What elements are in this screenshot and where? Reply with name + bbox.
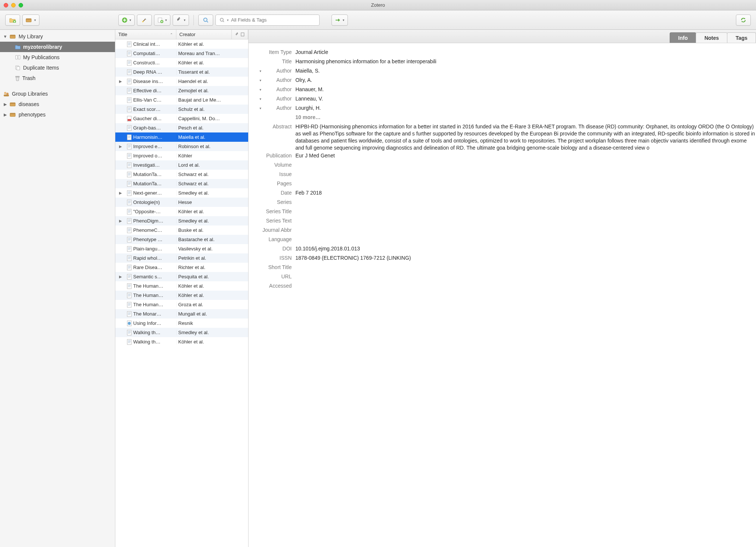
author-value[interactable]: Lanneau, V. xyxy=(295,95,756,102)
item-row[interactable]: Walking th…Köhler et al. xyxy=(115,337,248,346)
item-creator: Zemojtel et al. xyxy=(176,88,248,93)
item-row[interactable]: Exact scor…Schulz et al. xyxy=(115,105,248,114)
item-row[interactable]: Computati…Moreau and Tran… xyxy=(115,49,248,58)
column-header-title[interactable]: Title ⌃ xyxy=(115,30,176,39)
disclosure-triangle-icon[interactable]: ▶ xyxy=(115,191,126,195)
item-row[interactable]: The Human…Köhler et al. xyxy=(115,291,248,300)
new-note-button[interactable]: ▾ xyxy=(154,15,170,26)
item-creator: Moreau and Tran… xyxy=(176,51,248,56)
item-row[interactable]: ▶Next-gener…Smedley et al. xyxy=(115,188,248,198)
sync-button[interactable] xyxy=(736,15,751,26)
item-row[interactable]: Walking th…Smedley et al. xyxy=(115,328,248,337)
field-value[interactable]: Feb 7 2018 xyxy=(295,189,756,196)
item-title: The Human… xyxy=(133,302,176,307)
item-title: Semantic s… xyxy=(133,274,176,279)
disclosure-triangle-icon[interactable]: ▶ xyxy=(115,219,126,223)
item-row[interactable]: The Human…Groza et al. xyxy=(115,300,248,309)
author-value[interactable]: Lourghi, H. xyxy=(295,105,756,112)
svg-point-8 xyxy=(220,18,223,21)
disclosure-triangle-icon[interactable]: ▶ xyxy=(115,144,126,148)
item-title: Walking th… xyxy=(133,330,176,335)
item-row[interactable]: Rare Disea…Richter et al. xyxy=(115,263,248,272)
items-list-body[interactable]: Clinical int…Köhler et al.Computati…More… xyxy=(115,39,248,547)
window-title: Zotero xyxy=(371,2,385,8)
item-row[interactable]: Investigati…Lord et al. xyxy=(115,160,248,170)
tab-info[interactable]: Info xyxy=(670,32,696,43)
advanced-search-button[interactable] xyxy=(198,15,213,26)
item-row[interactable]: Ontologie(n)Hesse xyxy=(115,198,248,207)
item-title: PhenoDigm… xyxy=(133,218,176,224)
item-row[interactable]: The Human…Köhler et al. xyxy=(115,281,248,291)
search-input[interactable] xyxy=(231,17,315,23)
item-type-value[interactable]: Journal Article xyxy=(295,49,756,56)
disclosure-triangle-icon[interactable]: ▼ xyxy=(3,34,7,39)
sidebar-item[interactable]: Duplicate Items xyxy=(0,63,115,73)
item-row[interactable]: Clinical int…Köhler et al. xyxy=(115,39,248,49)
item-creator: Köhler et al. xyxy=(176,283,248,289)
sidebar-item[interactable]: Trash xyxy=(0,73,115,83)
disclosure-triangle-icon[interactable]: ▶ xyxy=(115,79,126,83)
author-value[interactable]: Maiella, S. xyxy=(295,67,756,74)
item-row[interactable]: Gaucher di…Cappellini, M. Do… xyxy=(115,114,248,123)
item-row[interactable]: ▶Improved e…Robinson et al. xyxy=(115,142,248,151)
item-row[interactable]: Deep RNA …Tisserant et al. xyxy=(115,67,248,77)
item-row[interactable]: MutationTa…Schwarz et al. xyxy=(115,179,248,188)
sidebar-group-item[interactable]: ▶phenotypes xyxy=(0,109,115,120)
disclosure-triangle-icon[interactable]: ▶ xyxy=(3,102,7,107)
disclosure-triangle-icon[interactable]: ▶ xyxy=(3,112,7,117)
item-title: Ontologie(n) xyxy=(133,199,176,205)
item-row[interactable]: Harmonisin…Maiella et al. xyxy=(115,132,248,142)
more-authors-link[interactable]: 10 more… xyxy=(295,114,756,121)
item-row[interactable]: "Opposite-…Köhler et al. xyxy=(115,207,248,216)
new-collection-button[interactable] xyxy=(5,15,20,26)
sidebar-item[interactable]: myzoterolibrary xyxy=(0,42,115,52)
item-row[interactable]: Improved o…Köhler xyxy=(115,151,248,160)
document-icon xyxy=(126,153,133,159)
document-icon xyxy=(126,88,133,94)
group-libraries-header[interactable]: Group Libraries xyxy=(0,89,115,99)
author-value[interactable]: Olry, A. xyxy=(295,77,756,84)
item-row[interactable]: Plain-langu…Vasilevsky et al. xyxy=(115,244,248,253)
document-icon xyxy=(126,292,133,298)
title-value[interactable]: Harmonising phenomics information for a … xyxy=(295,58,756,65)
column-header-attachments[interactable] xyxy=(232,30,248,39)
field-more-authors[interactable]: 10 more… xyxy=(252,113,756,123)
new-library-button[interactable]: ▾ xyxy=(22,15,39,26)
author-value[interactable]: Hanauer, M. xyxy=(295,86,756,93)
field-value[interactable]: 10.1016/j.ejmg.2018.01.013 xyxy=(295,245,756,252)
item-row[interactable]: The Monar…Mungall et al. xyxy=(115,309,248,319)
disclosure-triangle-icon[interactable]: ▶ xyxy=(115,275,126,279)
abstract-value[interactable]: HIPBI-RD (Harmonising phenomics informat… xyxy=(295,123,756,151)
close-window-button[interactable] xyxy=(4,3,8,7)
my-library-root[interactable]: ▼ My Library xyxy=(0,31,115,42)
field-value[interactable]: 1878-0849 (ELECTRONIC) 1769-7212 (LINKIN… xyxy=(295,255,756,262)
zoom-window-button[interactable] xyxy=(19,3,23,7)
add-attachment-button[interactable]: ▾ xyxy=(173,15,189,26)
item-row[interactable]: Ellis-Van C…Baujat and Le Me… xyxy=(115,95,248,105)
item-row[interactable]: Using Infor…Resnik xyxy=(115,319,248,328)
add-by-identifier-button[interactable] xyxy=(137,15,152,26)
svg-rect-16 xyxy=(4,95,9,96)
new-item-button[interactable]: ▾ xyxy=(118,15,135,26)
sidebar-group-item[interactable]: ▶diseases xyxy=(0,99,115,109)
minimize-window-button[interactable] xyxy=(11,3,16,7)
item-title: Plain-langu… xyxy=(133,246,176,252)
item-creator: Köhler et al. xyxy=(176,209,248,214)
item-row[interactable]: ▶Semantic s…Pesquita et al. xyxy=(115,272,248,281)
tab-tags[interactable]: Tags xyxy=(727,32,756,43)
item-row[interactable]: MutationTa…Schwarz et al. xyxy=(115,170,248,179)
item-row[interactable]: ▶PhenoDigm…Smedley et al. xyxy=(115,216,248,225)
tab-notes[interactable]: Notes xyxy=(696,32,727,43)
item-row[interactable]: Constructi…Köhler et al. xyxy=(115,58,248,67)
item-row[interactable]: Rapid whol…Petrikin et al. xyxy=(115,253,248,263)
item-row[interactable]: ▶Disease ins…Haendel et al. xyxy=(115,77,248,86)
search-field[interactable]: ▾ xyxy=(215,15,320,26)
item-row[interactable]: PhenomeC…Buske et al. xyxy=(115,225,248,235)
locate-button[interactable]: ▾ xyxy=(331,15,348,26)
item-row[interactable]: Phenotype …Bastarache et al. xyxy=(115,235,248,244)
item-row[interactable]: Graph-bas…Pesch et al. xyxy=(115,123,248,132)
field-value[interactable]: Eur J Med Genet xyxy=(295,152,756,159)
item-row[interactable]: Effective di…Zemojtel et al. xyxy=(115,86,248,95)
sidebar-item[interactable]: My Publications xyxy=(0,52,115,63)
column-header-creator[interactable]: Creator xyxy=(176,30,232,39)
